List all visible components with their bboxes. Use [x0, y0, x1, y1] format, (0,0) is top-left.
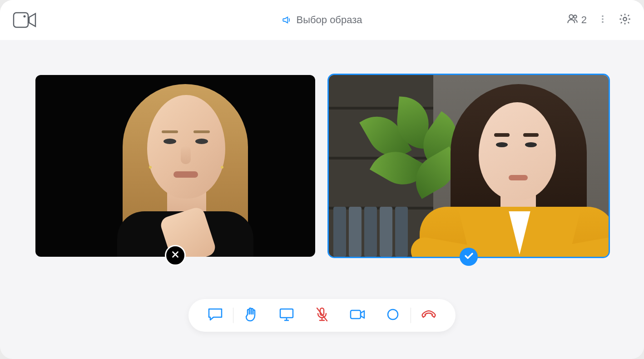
screen-share-button[interactable] [269, 299, 304, 332]
accept-badge[interactable] [460, 248, 478, 266]
svg-point-7 [623, 17, 626, 20]
video-call-window: Выбор образа 2 [0, 0, 644, 359]
chat-button[interactable] [198, 299, 233, 332]
camera-icon [349, 308, 366, 323]
megaphone-icon [282, 15, 292, 25]
svg-rect-10 [351, 310, 361, 319]
svg-point-6 [602, 21, 604, 23]
video-grid [0, 75, 644, 257]
control-bar [188, 299, 456, 332]
svg-point-1 [24, 15, 26, 18]
more-menu-button[interactable] [598, 14, 608, 26]
reject-icon [170, 249, 180, 261]
microphone-button[interactable] [304, 299, 340, 332]
video-tile-2[interactable] [329, 75, 609, 257]
raise-hand-button[interactable] [233, 299, 269, 332]
app-logo[interactable] [13, 12, 36, 28]
chat-icon [208, 308, 223, 323]
video-feed-2 [329, 75, 609, 257]
reject-badge[interactable] [165, 245, 186, 266]
more-vertical-icon [598, 14, 608, 26]
topbar-right: 2 [567, 13, 631, 27]
video-tile-1[interactable] [35, 75, 315, 257]
topbar: Выбор образа 2 [0, 0, 644, 40]
screen-share-icon [279, 308, 294, 323]
settings-button[interactable] [619, 13, 631, 27]
hand-icon [244, 307, 258, 324]
svg-point-3 [574, 15, 577, 18]
svg-point-4 [602, 15, 604, 17]
participants-count: 2 [581, 14, 587, 26]
svg-point-2 [569, 15, 573, 19]
header-title-wrap: Выбор образа [282, 14, 362, 26]
gear-icon [619, 13, 631, 27]
video-feed-1 [35, 75, 315, 257]
hangup-button[interactable] [411, 299, 446, 332]
svg-rect-0 [14, 13, 28, 27]
microphone-muted-icon [315, 307, 329, 324]
svg-point-11 [388, 309, 398, 319]
participants-icon [567, 13, 579, 27]
hangup-icon [421, 308, 437, 323]
participants-button[interactable]: 2 [567, 13, 587, 27]
record-icon [386, 308, 399, 323]
svg-point-5 [602, 18, 604, 20]
accept-icon [463, 250, 474, 263]
record-button[interactable] [375, 299, 411, 332]
header-title: Выбор образа [296, 14, 362, 26]
camera-button[interactable] [340, 299, 375, 332]
svg-rect-8 [280, 309, 293, 318]
